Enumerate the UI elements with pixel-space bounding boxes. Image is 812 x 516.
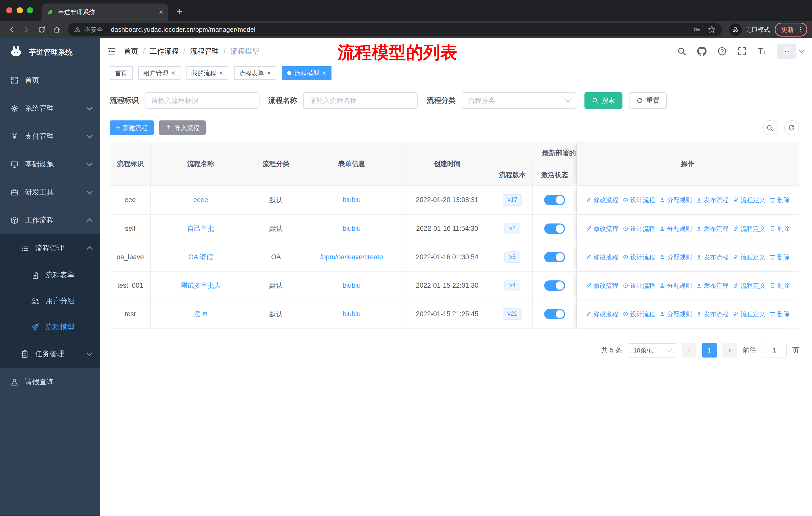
key-icon[interactable] xyxy=(693,25,701,34)
sidebar-item-devtools[interactable]: 研发工具 xyxy=(0,179,100,206)
design-process-link[interactable]: 设计流程 xyxy=(622,196,655,204)
prev-page-button[interactable]: ‹ xyxy=(682,343,697,358)
sidebar-item-system[interactable]: 系统管理 xyxy=(0,94,100,122)
active-status-toggle[interactable] xyxy=(544,280,565,291)
current-page-button[interactable]: 1 xyxy=(702,343,717,358)
sidebar-item-task-management[interactable]: 任务管理 xyxy=(0,340,100,368)
process-definition-link[interactable]: 流程定义 xyxy=(733,253,765,261)
modify-process-link[interactable]: 修改流程 xyxy=(586,196,618,204)
close-icon[interactable]: × xyxy=(219,70,223,77)
browser-menu-icon[interactable]: ⋮ xyxy=(797,25,804,33)
design-process-link[interactable]: 设计流程 xyxy=(622,281,655,290)
process-name-input[interactable] xyxy=(303,92,418,109)
publish-process-link[interactable]: 发布流程 xyxy=(696,281,729,290)
import-process-button[interactable]: 导入流程 xyxy=(159,120,206,135)
process-name-link[interactable]: 自己审批 xyxy=(187,224,214,233)
delete-link[interactable]: 删除 xyxy=(770,224,790,233)
reset-button[interactable]: 重置 xyxy=(629,92,667,109)
sidebar-item-workflow[interactable]: 工作流程 xyxy=(0,206,100,234)
create-process-button[interactable]: + 新建流程 xyxy=(110,120,154,135)
browser-update-button[interactable]: 更新 ⋮ xyxy=(775,23,807,36)
form-info-link[interactable]: biubiu xyxy=(343,225,360,233)
form-info-link[interactable]: biubiu xyxy=(343,196,360,204)
active-status-toggle[interactable] xyxy=(544,252,565,262)
home-button[interactable] xyxy=(50,22,64,36)
process-definition-link[interactable]: 流程定义 xyxy=(733,196,765,204)
bookmark-star-icon[interactable] xyxy=(707,25,716,34)
close-icon[interactable]: × xyxy=(322,70,326,77)
assign-rule-link[interactable]: 分配规则 xyxy=(659,224,692,233)
form-info-link[interactable]: biubiu xyxy=(343,310,360,318)
modify-process-link[interactable]: 修改流程 xyxy=(586,281,618,290)
process-name-link[interactable]: OA 请假 xyxy=(188,252,213,262)
publish-process-link[interactable]: 发布流程 xyxy=(696,253,729,261)
new-tab-button[interactable]: + xyxy=(172,4,187,19)
breadcrumb-process-management[interactable]: 流程管理 xyxy=(190,46,219,56)
search-icon[interactable] xyxy=(677,47,687,56)
next-page-button[interactable]: › xyxy=(722,343,737,358)
window-close-button[interactable] xyxy=(6,7,12,13)
tag-process-form[interactable]: 流程表单 × xyxy=(234,66,277,80)
sidebar-item-process-form[interactable]: 流程表单 xyxy=(0,262,100,288)
process-name-link[interactable]: eeee xyxy=(193,196,208,204)
sidebar-item-user-group[interactable]: 用户分组 xyxy=(0,288,100,314)
publish-process-link[interactable]: 发布流程 xyxy=(696,310,729,318)
process-category-select[interactable]: 流程分类 xyxy=(462,92,576,109)
tab-close-icon[interactable]: × xyxy=(159,8,163,16)
process-definition-link[interactable]: 流程定义 xyxy=(733,224,765,233)
user-avatar-menu[interactable] xyxy=(777,44,803,59)
delete-link[interactable]: 删除 xyxy=(770,196,790,204)
process-name-link[interactable]: 测试多审批人 xyxy=(180,281,221,290)
form-info-link[interactable]: biubiu xyxy=(343,282,360,290)
font-size-icon[interactable]: T ↕ xyxy=(758,47,766,55)
tag-home[interactable]: 首页 xyxy=(110,66,133,80)
active-status-toggle[interactable] xyxy=(544,309,565,319)
breadcrumb-workflow[interactable]: 工作流程 xyxy=(149,46,178,56)
assign-rule-link[interactable]: 分配规则 xyxy=(659,196,692,204)
design-process-link[interactable]: 设计流程 xyxy=(622,224,655,233)
design-process-link[interactable]: 设计流程 xyxy=(622,310,655,318)
close-icon[interactable]: × xyxy=(267,70,271,77)
process-name-link[interactable]: 滔博 xyxy=(194,310,207,319)
browser-tab[interactable]: 芋道管理系统 × xyxy=(41,3,168,21)
toggle-search-button[interactable] xyxy=(762,120,778,135)
design-process-link[interactable]: 设计流程 xyxy=(622,253,655,261)
github-icon[interactable] xyxy=(697,47,706,56)
url-text[interactable]: dashboard.yudao.iocoder.cn/bpm/manager/m… xyxy=(111,26,256,33)
tag-tenant-management[interactable]: 租户管理 × xyxy=(138,66,180,80)
delete-link[interactable]: 删除 xyxy=(770,310,790,318)
refresh-table-button[interactable] xyxy=(784,120,799,135)
modify-process-link[interactable]: 修改流程 xyxy=(586,253,618,261)
assign-rule-link[interactable]: 分配规则 xyxy=(659,310,692,318)
fullscreen-icon[interactable] xyxy=(737,47,747,56)
sidebar-item-payment[interactable]: ¥ 支付管理 xyxy=(0,123,100,151)
delete-link[interactable]: 删除 xyxy=(770,253,790,261)
publish-process-link[interactable]: 发布流程 xyxy=(696,196,729,204)
help-icon[interactable] xyxy=(717,47,727,56)
process-definition-link[interactable]: 流程定义 xyxy=(733,281,765,290)
close-icon[interactable]: × xyxy=(171,70,175,77)
window-minimize-button[interactable] xyxy=(17,7,23,13)
sidebar-item-home[interactable]: 首页 xyxy=(0,66,100,94)
modify-process-link[interactable]: 修改流程 xyxy=(586,224,618,233)
active-status-toggle[interactable] xyxy=(544,223,565,234)
sidebar-item-leave-query[interactable]: 请假查询 xyxy=(0,368,100,396)
delete-link[interactable]: 删除 xyxy=(770,281,790,290)
security-label[interactable]: 不安全 xyxy=(84,25,103,34)
process-definition-link[interactable]: 流程定义 xyxy=(733,310,765,318)
sidebar-item-process-management[interactable]: 流程管理 xyxy=(0,234,100,262)
tag-my-process[interactable]: 我的流程 × xyxy=(186,66,228,80)
assign-rule-link[interactable]: 分配规则 xyxy=(659,281,692,290)
modify-process-link[interactable]: 修改流程 xyxy=(586,310,618,318)
reload-button[interactable] xyxy=(35,22,49,36)
goto-page-input[interactable] xyxy=(762,343,787,358)
sidebar-toggle-button[interactable] xyxy=(100,38,123,64)
back-button[interactable] xyxy=(5,22,19,36)
forward-button[interactable] xyxy=(20,22,34,36)
process-id-input[interactable] xyxy=(145,92,260,109)
publish-process-link[interactable]: 发布流程 xyxy=(696,224,729,233)
active-status-toggle[interactable] xyxy=(544,195,565,205)
window-zoom-button[interactable] xyxy=(27,7,33,13)
tag-process-model-active[interactable]: 流程模型 × xyxy=(282,66,331,80)
page-size-select[interactable]: 10条/页 xyxy=(628,343,676,358)
